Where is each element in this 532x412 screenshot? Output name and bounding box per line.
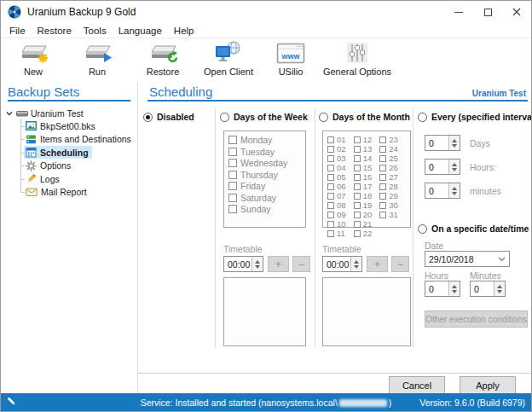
checkbox-icon: [228, 148, 237, 156]
hours-spinner[interactable]: 0: [425, 281, 460, 297]
month-day-checkbox-row[interactable]: 10: [327, 219, 354, 229]
month-day-checkbox-row[interactable]: 01: [327, 135, 354, 144]
weekday-label: Friday: [240, 181, 265, 191]
menu-item[interactable]: Restore: [32, 23, 78, 38]
month-remove-time-button[interactable]: −: [391, 256, 409, 272]
month-day-checkbox-row[interactable]: 31: [379, 210, 406, 219]
run-button[interactable]: Run: [73, 41, 121, 77]
spinner-arrows[interactable]: [448, 183, 460, 198]
close-button[interactable]: [502, 1, 531, 23]
spinner-arrows[interactable]: [350, 257, 361, 271]
interval-row: 0 minutes: [425, 183, 501, 199]
radio-disabled-label: Disabled: [157, 112, 194, 122]
monthday-listbox[interactable]: 01 02 03 04: [322, 131, 411, 228]
weekday-checkbox-row[interactable]: Tuesday: [228, 147, 301, 157]
tree-item-items-destinations[interactable]: Items and Destinations: [1, 133, 136, 147]
weekday-listbox[interactable]: Monday Tuesday Wednesday Thursday: [223, 131, 306, 228]
month-day-checkbox-row[interactable]: 03: [327, 154, 354, 163]
interval-spinner[interactable]: 0: [425, 183, 460, 199]
weekday-checkbox-row[interactable]: Monday: [228, 135, 301, 145]
new-button[interactable]: New: [9, 41, 57, 77]
spinner-arrows[interactable]: [448, 281, 460, 296]
month-day-checkbox-row[interactable]: 22: [354, 229, 380, 238]
chevron-down-icon: [498, 257, 506, 262]
month-day-checkbox-row[interactable]: 12: [354, 135, 380, 144]
month-day-checkbox-row[interactable]: 21: [354, 219, 380, 229]
month-day-checkbox-row[interactable]: 15: [354, 163, 380, 172]
radio-interval[interactable]: Every (specified interval): [418, 112, 532, 122]
month-day-checkbox-row[interactable]: 02: [327, 144, 354, 154]
minutes-spinner[interactable]: 0: [470, 281, 506, 297]
month-day-checkbox-row[interactable]: 13: [354, 144, 380, 154]
cancel-button[interactable]: Cancel: [389, 376, 445, 394]
tree-item-scheduling[interactable]: Scheduling: [1, 146, 136, 160]
spinner-arrows[interactable]: [448, 136, 460, 150]
month-day-checkbox-row[interactable]: 25: [379, 154, 406, 163]
tree-item-options[interactable]: Options: [1, 160, 136, 173]
menu-item[interactable]: Language: [113, 23, 168, 38]
apply-button[interactable]: Apply: [460, 376, 516, 394]
maximize-button[interactable]: [473, 1, 502, 23]
tree-item-uranium-test[interactable]: Uranium Test: [1, 107, 136, 119]
month-day-checkbox-row[interactable]: 26: [379, 163, 406, 172]
month-day-checkbox-row[interactable]: 16: [354, 172, 380, 182]
open-client-label: Open Client: [204, 67, 253, 77]
month-day-checkbox-row[interactable]: 04: [327, 163, 354, 172]
month-day-checkbox-row[interactable]: 20: [354, 210, 380, 219]
tree-item-mail-report[interactable]: Mail Report: [1, 186, 136, 200]
chevron-down-icon[interactable]: [5, 109, 14, 118]
general-options-button[interactable]: General Options: [318, 41, 396, 77]
month-day-label: 18: [363, 191, 373, 200]
month-day-checkbox-row[interactable]: 29: [379, 191, 406, 200]
month-times-listbox[interactable]: [322, 277, 411, 346]
month-day-checkbox-row[interactable]: 24: [379, 144, 406, 154]
month-day-checkbox-row[interactable]: 17: [354, 182, 380, 191]
spinner-arrows[interactable]: [252, 257, 263, 271]
month-day-checkbox-row[interactable]: 07: [327, 191, 354, 200]
week-remove-time-button[interactable]: −: [292, 256, 310, 272]
month-time-spinner[interactable]: 00:00: [322, 256, 362, 272]
weekday-checkbox-row[interactable]: Friday: [228, 181, 301, 191]
weekday-checkbox-row[interactable]: Thursday: [228, 170, 301, 180]
month-day-checkbox-row[interactable]: 05: [327, 172, 354, 182]
spinner-arrows[interactable]: [494, 281, 505, 296]
date-dropdown[interactable]: 29/10/2018: [425, 251, 510, 267]
weekday-checkbox-row[interactable]: Sunday: [228, 204, 301, 214]
month-day-checkbox-row[interactable]: 11: [327, 229, 354, 238]
month-day-checkbox-row[interactable]: 06: [327, 182, 354, 191]
month-day-checkbox-row[interactable]: 19: [354, 200, 380, 210]
spinner-arrows[interactable]: [448, 160, 460, 174]
minimize-button[interactable]: [444, 1, 473, 23]
month-day-checkbox-row[interactable]: 18: [354, 191, 380, 200]
tree-item-logs[interactable]: Logs: [1, 172, 136, 186]
radio-days-of-week[interactable]: Days of the Week: [220, 112, 308, 122]
week-time-spinner[interactable]: 00:00: [223, 256, 263, 272]
interval-spinner[interactable]: 0: [425, 159, 460, 175]
month-day-checkbox-row[interactable]: 27: [379, 172, 406, 182]
month-day-checkbox-row[interactable]: 09: [327, 210, 354, 219]
restore-button[interactable]: Restore: [137, 41, 188, 77]
weekday-checkbox-row[interactable]: Wednesday: [228, 158, 301, 168]
menu-item[interactable]: Tools: [78, 23, 113, 38]
open-client-button[interactable]: Open Client: [195, 41, 262, 77]
interval-spinner[interactable]: 0: [425, 135, 460, 151]
week-times-listbox[interactable]: [223, 277, 306, 346]
menu-item[interactable]: Help: [168, 23, 200, 38]
menu-item[interactable]: File: [3, 23, 32, 38]
week-add-time-button[interactable]: +: [268, 256, 289, 272]
radio-disabled[interactable]: Disabled: [143, 112, 194, 122]
month-day-checkbox-row[interactable]: 14: [354, 154, 380, 163]
month-add-time-button[interactable]: +: [367, 256, 388, 272]
usilio-button[interactable]: www USilio: [265, 41, 316, 77]
other-execution-conditions-button[interactable]: Other execution conditions: [425, 310, 528, 328]
radio-specific-datetime[interactable]: On a specific date/time: [418, 223, 529, 234]
weekday-checkbox-row[interactable]: Saturday: [228, 193, 301, 203]
month-day-checkbox-row[interactable]: 08: [327, 200, 354, 210]
month-day-checkbox-row[interactable]: 30: [379, 200, 406, 210]
down-arrow-icon: [255, 265, 260, 269]
tree-item-bkpset[interactable]: BkpSet00.bks: [1, 119, 136, 133]
checkbox-icon: [354, 230, 361, 237]
month-day-checkbox-row[interactable]: 23: [379, 135, 406, 144]
radio-days-of-month[interactable]: Days of the Month: [319, 112, 410, 122]
month-day-checkbox-row[interactable]: 28: [379, 182, 406, 191]
